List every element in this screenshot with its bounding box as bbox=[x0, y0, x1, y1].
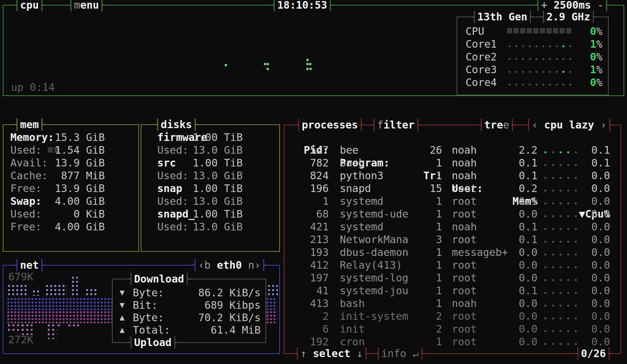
process-cpu: 0.0 bbox=[577, 208, 610, 220]
core-percent: 1% bbox=[564, 38, 602, 50]
process-threads: 1 bbox=[408, 271, 442, 284]
core-meter-dot bbox=[522, 58, 524, 60]
process-row[interactable]: 197systemd-log1root0.00.0 bbox=[284, 271, 620, 284]
process-row[interactable]: 213NetworkMana3root0.10.0 bbox=[284, 233, 620, 246]
net-stat-label: Byte: bbox=[133, 286, 164, 299]
net-interface-prev-button[interactable]: ‹b bbox=[198, 259, 210, 271]
process-row[interactable]: 193dbus-daemon1messageb+0.00.0 bbox=[284, 246, 620, 259]
process-program: systemd bbox=[340, 195, 383, 208]
process-cpu-dot bbox=[560, 241, 562, 243]
arrow-up-icon[interactable]: ↑ bbox=[300, 347, 307, 360]
process-cpu: 0.0 bbox=[577, 259, 610, 271]
clock: ┤18:10:53├ bbox=[271, 0, 334, 11]
core-meter-dot bbox=[542, 58, 544, 60]
process-mem: 0.1 bbox=[504, 220, 537, 233]
core-meter-dot bbox=[542, 84, 544, 86]
process-pid: 68 bbox=[297, 208, 329, 220]
process-cpu-dot bbox=[560, 228, 562, 230]
process-program: systemd-log bbox=[340, 271, 409, 284]
process-cpu-dot bbox=[544, 343, 546, 345]
process-row[interactable]: 412Relay(413)1root0.00.0 bbox=[284, 259, 620, 271]
process-row[interactable]: 41systemd-jou1root0.10.0 bbox=[284, 284, 620, 297]
process-cpu-dot bbox=[560, 305, 562, 307]
core-label: Core3 bbox=[466, 63, 497, 76]
info-control[interactable]: ┤info ↵├ bbox=[375, 347, 425, 360]
sort-prev-button[interactable]: ‹ bbox=[532, 119, 538, 131]
process-cpu-dot bbox=[552, 253, 554, 256]
select-control[interactable]: ┤↑ select ↓├ bbox=[294, 347, 369, 360]
process-cpu-dot bbox=[552, 215, 554, 217]
core-meter-dot bbox=[508, 71, 511, 73]
cpu-meter-block bbox=[527, 28, 532, 33]
disk-row-value: 13.0 GiB bbox=[177, 169, 243, 182]
cpu-core-row: Core20% bbox=[457, 50, 608, 63]
process-row[interactable]: 192cron1root0.00.0 bbox=[284, 335, 620, 348]
net-upload-sparse-band bbox=[77, 324, 80, 328]
arrow-down-icon[interactable]: ↓ bbox=[357, 347, 363, 360]
process-cpu-dot bbox=[552, 228, 554, 230]
core-meter-dot bbox=[535, 84, 537, 86]
process-row[interactable]: 1systemd1root0.10.0 bbox=[284, 195, 620, 208]
mem-row-value: 0 KiB bbox=[36, 208, 105, 220]
process-row[interactable]: 196snapd15root0.20.0 bbox=[284, 182, 620, 195]
core-meter-dot bbox=[508, 84, 511, 86]
cpu-graph-dot bbox=[264, 63, 266, 65]
net-upload-sparse-band bbox=[47, 324, 57, 339]
process-cpu-dot bbox=[544, 177, 546, 179]
enter-icon: ↵ bbox=[412, 347, 419, 360]
process-cpu-dot bbox=[560, 292, 562, 294]
process-mem: 0.1 bbox=[504, 195, 537, 208]
process-row[interactable]: 413bash1noah0.00.0 bbox=[284, 297, 620, 310]
disk-row: firmware1.00 TiB bbox=[141, 131, 279, 144]
disks-title-label: disks bbox=[161, 118, 192, 131]
tree-button[interactable]: ┤tree├ bbox=[478, 118, 515, 131]
core-meter-dot bbox=[535, 58, 537, 60]
download-label: Download bbox=[134, 273, 184, 285]
sort-next-button[interactable]: › bbox=[600, 119, 607, 131]
menu-button[interactable]: ┤menu├ bbox=[68, 0, 105, 11]
process-pid: 412 bbox=[297, 259, 329, 271]
cpu-meter-block bbox=[507, 28, 512, 33]
process-row[interactable]: 2init-system2root0.00.0 bbox=[284, 310, 620, 323]
net-interface-switcher: ┤‹b eth0 n›├ bbox=[192, 259, 267, 271]
cpu-graph-dot bbox=[309, 63, 311, 65]
filter-button[interactable]: ┤filter├ bbox=[371, 118, 421, 131]
process-row[interactable]: 6init2root0.00.0 bbox=[284, 323, 620, 335]
process-cpu-dot bbox=[567, 151, 569, 153]
process-cpu-dot bbox=[544, 266, 546, 268]
core-meter-dot bbox=[529, 45, 531, 47]
interval-increase-button[interactable]: + bbox=[541, 0, 547, 11]
process-cpu-dot bbox=[567, 305, 569, 307]
process-row[interactable]: 421systemd1noah0.10.0 bbox=[284, 220, 620, 233]
process-threads: 2 bbox=[408, 323, 442, 335]
core-meter-dot bbox=[549, 58, 551, 60]
process-user: root bbox=[452, 208, 477, 220]
process-cpu-dot bbox=[544, 253, 546, 256]
process-row[interactable]: 547bee26noah2.20.1 bbox=[284, 144, 620, 156]
process-user: root bbox=[452, 284, 477, 297]
mem-row: Avail:13.9 GiB bbox=[3, 156, 138, 169]
process-cpu-dot bbox=[552, 190, 554, 192]
process-cpu-dot bbox=[552, 305, 554, 307]
process-mem: 0.0 bbox=[504, 246, 537, 259]
net-upload-sparse-band bbox=[57, 324, 61, 328]
mem-row-value: 1.54 GiB bbox=[36, 144, 105, 156]
cpu-title-label: cpu bbox=[20, 0, 39, 11]
process-mem: 0.2 bbox=[504, 182, 537, 195]
disk-row-value: 1.00 TiB bbox=[177, 156, 243, 169]
download-title: ┤Download├ bbox=[128, 272, 190, 285]
process-threads: 1 bbox=[408, 284, 442, 297]
net-interface-next-button[interactable]: n› bbox=[248, 259, 261, 271]
process-pid: 547 bbox=[297, 144, 329, 156]
interval-decrease-button[interactable]: - bbox=[597, 0, 603, 11]
process-pid: 41 bbox=[297, 284, 329, 297]
process-row[interactable]: 68systemd-ude1root0.00.0 bbox=[284, 208, 620, 220]
process-mem: 0.1 bbox=[504, 156, 537, 169]
process-program: init-system bbox=[340, 310, 409, 323]
disk-row-value: 1.00 TiB bbox=[177, 131, 243, 144]
net-download-peak-band bbox=[268, 285, 278, 296]
process-threads: 1 bbox=[408, 195, 442, 208]
process-row[interactable]: 824python31noah0.10.0 bbox=[284, 169, 620, 182]
cpu-graph-dot bbox=[225, 64, 227, 66]
process-row[interactable]: 782bash1noah0.10.1 bbox=[284, 156, 620, 169]
